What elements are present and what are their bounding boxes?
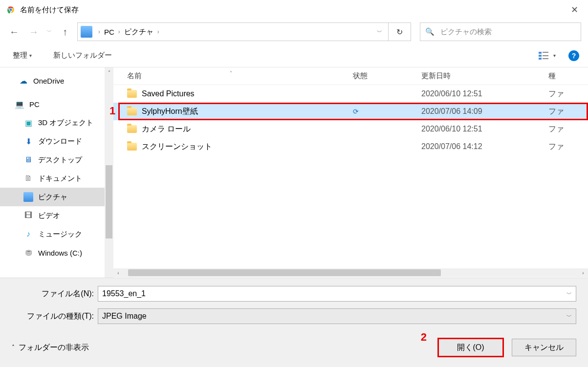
sidebar-label: ピクチャ xyxy=(38,193,67,202)
file-date: 2020/07/06 14:12 xyxy=(421,142,548,151)
breadcrumb[interactable]: › PC › ピクチャ › ﹀ ↻ xyxy=(77,22,411,41)
sidebar-item-3d[interactable]: ▣ 3D オブジェクト xyxy=(0,113,113,132)
sidebar-item-pictures[interactable]: ピクチャ xyxy=(0,188,113,206)
sidebar-label: Windows (C:) xyxy=(38,249,82,257)
col-name-header[interactable]: 名前 ˄ xyxy=(113,71,353,81)
file-row[interactable]: カメラ ロール 2020/06/10 12:51 ファ xyxy=(113,120,588,138)
svg-rect-8 xyxy=(543,58,548,59)
chevron-down-icon: ▾ xyxy=(29,53,32,58)
sort-indicator-icon: ˄ xyxy=(230,70,232,76)
scroll-track[interactable] xyxy=(123,268,578,277)
open-button-label: 開く(O) xyxy=(457,343,484,353)
hide-folders-toggle[interactable]: ˄ フォルダーの非表示 xyxy=(12,343,89,353)
back-button[interactable]: ← xyxy=(7,24,22,39)
annotation-2: 2 xyxy=(421,331,427,344)
file-row-selected[interactable]: SylphyHorn壁紙 ⟳ 2020/07/06 14:09 ファ xyxy=(113,103,588,120)
window-title: 名前を付けて保存 xyxy=(20,5,79,15)
file-type: ファ xyxy=(548,89,588,99)
svg-rect-4 xyxy=(543,52,548,53)
chevron-right-icon[interactable]: › xyxy=(154,28,162,35)
recent-dropdown-icon[interactable]: ﹀ xyxy=(46,28,53,35)
main-area: ˄ ☁ OneDrive 💻 PC ▣ 3D オブジェクト ⬇ ダウンロード 🖥… xyxy=(0,67,588,278)
organize-label: 整理 xyxy=(13,51,27,60)
hide-folders-label: フォルダーの非表示 xyxy=(19,343,89,353)
chevron-right-icon[interactable]: › xyxy=(115,28,123,35)
nav-bar: ← → ﹀ ↑ › PC › ピクチャ › ﹀ ↻ 🔍 ピクチャの検索 xyxy=(0,20,588,44)
search-placeholder: ピクチャの検索 xyxy=(440,27,492,37)
sidebar-item-music[interactable]: ♪ ミュージック xyxy=(0,225,113,243)
close-icon[interactable]: ✕ xyxy=(565,1,584,18)
onedrive-icon: ☁ xyxy=(19,76,28,86)
location-icon xyxy=(81,26,92,38)
chevron-down-icon[interactable]: ﹀ xyxy=(566,290,572,298)
file-row[interactable]: Saved Pictures 2020/06/10 12:51 ファ xyxy=(113,85,588,103)
file-name: SylphyHorn壁紙 xyxy=(142,107,198,117)
chevron-right-icon[interactable]: › xyxy=(95,28,103,35)
column-headers: 名前 ˄ 状態 更新日時 種 xyxy=(113,67,588,85)
filename-input[interactable]: 19553_en_1 ﹀ xyxy=(98,286,576,302)
breadcrumb-folder[interactable]: ピクチャ xyxy=(123,27,154,37)
up-button[interactable]: ↑ xyxy=(58,24,72,39)
col-type-header[interactable]: 種 xyxy=(548,71,588,81)
sidebar-item-pc[interactable]: 💻 PC xyxy=(0,95,113,113)
breadcrumb-dropdown-icon[interactable]: ﹀ xyxy=(371,28,388,36)
sidebar-item-drive-c[interactable]: ⛃ Windows (C:) xyxy=(0,243,113,262)
file-type: ファ xyxy=(548,107,588,117)
drive-icon: ⛃ xyxy=(23,248,33,258)
sidebar-label: OneDrive xyxy=(33,77,64,85)
file-row[interactable]: スクリーンショット 2020/07/06 14:12 ファ xyxy=(113,138,588,155)
chevron-down-icon[interactable]: ﹀ xyxy=(566,313,572,320)
filetype-select[interactable]: JPEG Image ﹀ xyxy=(98,308,576,324)
sidebar-item-videos[interactable]: 🎞 ビデオ xyxy=(0,206,113,225)
breadcrumb-pc[interactable]: PC xyxy=(103,28,115,36)
new-folder-label: 新しいフォルダー xyxy=(53,51,112,60)
forward-button[interactable]: → xyxy=(26,24,41,39)
horizontal-scrollbar[interactable]: ‹ › xyxy=(113,268,588,278)
scroll-thumb[interactable] xyxy=(128,269,441,276)
open-button[interactable]: 開く(O) xyxy=(438,339,503,356)
file-type: ファ xyxy=(548,124,588,134)
refresh-button[interactable]: ↻ xyxy=(388,22,411,41)
svg-rect-6 xyxy=(543,55,548,56)
svg-rect-3 xyxy=(539,52,542,54)
titlebar: 名前を付けて保存 ✕ xyxy=(0,0,588,20)
help-icon[interactable]: ? xyxy=(568,50,579,61)
folder-icon xyxy=(127,125,137,133)
file-date: 2020/06/10 12:51 xyxy=(421,89,548,98)
filetype-label: ファイルの種類(T): xyxy=(12,311,94,322)
col-state-header[interactable]: 状態 xyxy=(353,71,421,81)
3d-objects-icon: ▣ xyxy=(23,118,33,128)
sidebar-label: ドキュメント xyxy=(38,174,82,183)
organize-menu[interactable]: 整理 ▾ xyxy=(9,49,36,62)
sidebar-label: PC xyxy=(29,100,40,109)
sidebar-item-downloads[interactable]: ⬇ ダウンロード xyxy=(0,132,113,151)
file-date: 2020/06/10 12:51 xyxy=(421,125,548,133)
sidebar-label: デスクトップ xyxy=(38,155,82,165)
sidebar-item-documents[interactable]: 🗎 ドキュメント xyxy=(0,169,113,188)
filename-label: ファイル名(N): xyxy=(12,289,94,299)
file-list-pane: 名前 ˄ 状態 更新日時 種 1 Saved Pictures 2020/06/… xyxy=(113,67,588,278)
scroll-right-button[interactable]: › xyxy=(578,268,588,277)
videos-icon: 🎞 xyxy=(23,211,33,220)
folder-icon xyxy=(127,143,137,151)
desktop-icon: 🖥 xyxy=(23,155,33,165)
col-date-header[interactable]: 更新日時 xyxy=(421,71,548,81)
cancel-button-label: キャンセル xyxy=(524,343,564,353)
folder-icon xyxy=(127,108,137,115)
sidebar-label: ビデオ xyxy=(38,211,60,220)
search-input[interactable]: 🔍 ピクチャの検索 xyxy=(420,22,581,41)
scroll-up-button[interactable]: ˄ xyxy=(105,67,113,77)
file-date: 2020/07/06 14:09 xyxy=(421,107,548,116)
sidebar-label: 3D オブジェクト xyxy=(38,118,93,128)
sidebar-item-onedrive[interactable]: ☁ OneDrive xyxy=(0,71,113,90)
footer: ˄ フォルダーの非表示 2 開く(O) キャンセル xyxy=(0,324,588,367)
new-folder-button[interactable]: 新しいフォルダー xyxy=(49,49,116,62)
music-icon: ♪ xyxy=(23,229,33,239)
sidebar-item-desktop[interactable]: 🖥 デスクトップ xyxy=(0,151,113,169)
view-mode-button[interactable]: ▾ xyxy=(536,49,559,62)
scroll-left-button[interactable]: ‹ xyxy=(113,268,123,277)
svg-rect-7 xyxy=(539,58,542,60)
cancel-button[interactable]: キャンセル xyxy=(512,339,576,356)
file-name: Saved Pictures xyxy=(142,89,195,98)
search-icon: 🔍 xyxy=(425,27,435,36)
